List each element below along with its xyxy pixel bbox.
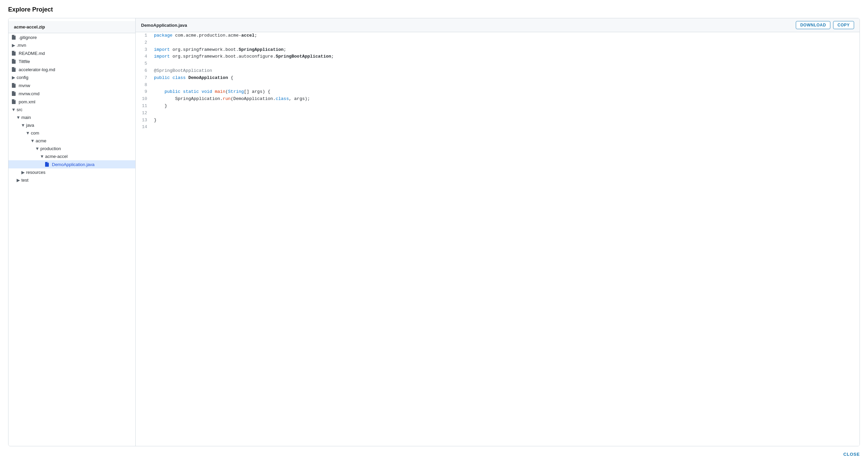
chevron-down-icon: ▼ <box>11 107 16 112</box>
file-icon <box>11 67 17 72</box>
tree-item-mvnw-cmd[interactable]: mvnw.cmd <box>8 89 135 98</box>
tree-item-label: test <box>21 178 28 183</box>
chevron-down-icon: ▼ <box>35 146 40 151</box>
file-icon <box>11 35 17 40</box>
code-line-11: 11 } <box>136 103 860 110</box>
tree-item-acme-accel[interactable]: ▼ acme-accel <box>8 152 135 160</box>
tree-item-label: acme-accel <box>45 154 67 159</box>
tree-item-demo-application[interactable]: DemoApplication.java <box>8 160 135 168</box>
tree-item-mvn[interactable]: ▶ .mvn <box>8 41 135 49</box>
tree-item-label: .mvn <box>17 43 26 48</box>
chevron-right-icon: ▶ <box>21 170 25 175</box>
chevron-down-icon: ▼ <box>25 131 30 136</box>
code-line-14: 14 <box>136 124 860 131</box>
file-icon <box>11 99 17 104</box>
tree-item-production[interactable]: ▼ production <box>8 145 135 152</box>
tree-item-test[interactable]: ▶ test <box>8 176 135 184</box>
code-line-13: 13 } <box>136 117 860 124</box>
tree-item-label: accelerator-log.md <box>19 67 55 72</box>
chevron-down-icon: ▼ <box>16 115 21 120</box>
code-table: 1 package com.acme.production.acme-accel… <box>136 32 860 131</box>
tree-item-label: config <box>17 75 28 80</box>
tree-item-label: DemoApplication.java <box>52 162 95 167</box>
tree-item-label: mvnw <box>19 83 30 88</box>
tree-item-label: Tiltfile <box>19 59 30 64</box>
tree-item-label: main <box>21 115 31 120</box>
file-icon <box>11 91 17 96</box>
code-line-8: 8 <box>136 82 860 89</box>
tree-item-label: pom.xml <box>19 99 35 104</box>
file-icon <box>44 162 50 167</box>
code-line-10: 10 SpringApplication.run(DemoApplication… <box>136 96 860 103</box>
tree-item-acme[interactable]: ▼ acme <box>8 137 135 145</box>
file-tree-pane: acme-accel.zip .gitignore ▶ .mvn README.… <box>8 18 136 446</box>
chevron-down-icon: ▼ <box>21 123 25 128</box>
chevron-right-icon: ▶ <box>11 75 16 80</box>
footer: CLOSE <box>0 446 868 462</box>
explorer-body: acme-accel.zip .gitignore ▶ .mvn README.… <box>8 18 860 446</box>
tree-item-label: production <box>40 146 61 151</box>
tree-item-label: resources <box>26 170 45 175</box>
tree-item-mvnw[interactable]: mvnw <box>8 81 135 89</box>
tree-item-java[interactable]: ▼ java <box>8 121 135 129</box>
copy-button[interactable]: COPY <box>833 21 854 29</box>
download-button[interactable]: DOWNLOAD <box>796 21 830 29</box>
tree-item-label: .gitignore <box>19 35 37 40</box>
code-filename: DemoApplication.java <box>141 23 187 28</box>
file-icon <box>11 50 17 56</box>
code-line-7: 7 public class DemoApplication { <box>136 75 860 82</box>
tree-item-label: com <box>31 130 39 136</box>
file-icon <box>11 83 17 88</box>
tree-item-main[interactable]: ▼ main <box>8 114 135 121</box>
code-line-4: 4 import org.springframework.boot.autoco… <box>136 53 860 60</box>
tree-item-accelerator-log[interactable]: accelerator-log.md <box>8 65 135 74</box>
tree-item-pom-xml[interactable]: pom.xml <box>8 98 135 106</box>
close-button[interactable]: CLOSE <box>843 452 860 457</box>
code-line-1: 1 package com.acme.production.acme-accel… <box>136 32 860 39</box>
code-pane: DemoApplication.java DOWNLOAD COPY 1 pac… <box>136 18 860 446</box>
tree-item-readme[interactable]: README.md <box>8 49 135 57</box>
tree-item-gitignore[interactable]: .gitignore <box>8 33 135 41</box>
tree-item-src[interactable]: ▼ src <box>8 106 135 114</box>
code-line-6: 6 @SpringBootApplication <box>136 67 860 75</box>
tree-item-label: java <box>26 123 34 128</box>
tree-item-tiltfile[interactable]: Tiltfile <box>8 57 135 65</box>
explorer-container: acme-accel.zip .gitignore ▶ .mvn README.… <box>8 18 860 446</box>
code-line-9: 9 public static void main(String[] args)… <box>136 88 860 96</box>
tree-item-label: README.md <box>19 51 45 56</box>
chevron-right-icon: ▶ <box>16 178 21 183</box>
code-content: 1 package com.acme.production.acme-accel… <box>136 32 860 446</box>
tree-item-label: mvnw.cmd <box>19 91 39 96</box>
file-icon <box>11 59 17 64</box>
file-tree-header: acme-accel.zip <box>8 21 135 33</box>
tree-item-com[interactable]: ▼ com <box>8 129 135 137</box>
code-pane-header: DemoApplication.java DOWNLOAD COPY <box>136 18 860 32</box>
tree-item-label: src <box>17 107 22 112</box>
tree-item-resources[interactable]: ▶ resources <box>8 168 135 176</box>
page-title: Explore Project <box>0 0 868 18</box>
code-line-12: 12 <box>136 110 860 117</box>
chevron-right-icon: ▶ <box>11 43 16 48</box>
code-line-3: 3 import org.springframework.boot.Spring… <box>136 46 860 54</box>
code-pane-actions: DOWNLOAD COPY <box>796 21 854 29</box>
code-line-2: 2 <box>136 39 860 46</box>
tree-item-label: acme <box>36 138 46 143</box>
chevron-down-icon: ▼ <box>30 139 35 143</box>
tree-item-config[interactable]: ▶ config <box>8 74 135 81</box>
code-line-5: 5 <box>136 60 860 67</box>
chevron-down-icon: ▼ <box>40 154 44 159</box>
